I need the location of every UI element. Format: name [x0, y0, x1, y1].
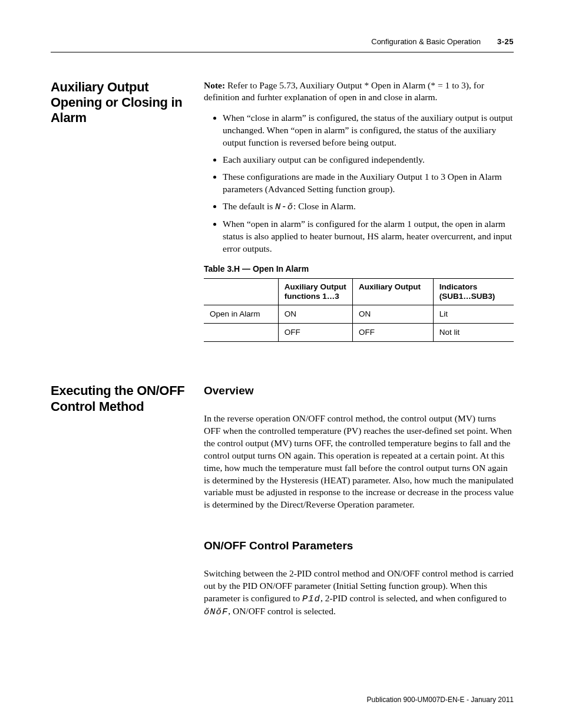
table-open-in-alarm: Auxiliary Output functions 1…3 Auxiliary… [204, 278, 514, 342]
seven-seg-code: Pīd [302, 594, 320, 604]
td: ON [352, 305, 433, 323]
th: Auxiliary Output [352, 278, 433, 305]
td: OFF [352, 324, 433, 342]
list-item: When “open in alarm” is configured for t… [223, 218, 514, 255]
td: OFF [278, 324, 352, 342]
seven-seg-code: ŏNŏF [204, 607, 228, 617]
td [204, 324, 278, 342]
td: Not lit [433, 324, 514, 342]
text: : Close in Alarm. [293, 201, 356, 211]
note-paragraph: Note: Refer to Page 5.73, Auxiliary Outp… [204, 80, 514, 104]
publication-footer: Publication 900-UM007D-EN-E - January 20… [367, 695, 514, 704]
list-item: Each auxiliary output can be configured … [223, 154, 514, 166]
subheading-params: ON/OFF Control Parameters [204, 538, 514, 554]
section-onoff-control: Executing the ON/OFF Control Method Over… [51, 383, 514, 626]
table-header-row: Auxiliary Output functions 1…3 Auxiliary… [204, 278, 514, 305]
seven-seg-code: N-ŏ [275, 202, 293, 212]
th: Indicators (SUB1…SUB3) [433, 278, 514, 305]
bullet-list: When “close in alarm” is configured, the… [204, 112, 514, 255]
text: , 2-PID control is selected, and when co… [320, 593, 507, 603]
header-section: Configuration & Basic Operation [371, 37, 481, 47]
td: Lit [433, 305, 514, 323]
th [204, 278, 278, 305]
list-item: The default is N-ŏ: Close in Alarm. [223, 200, 514, 213]
running-header: Configuration & Basic Operation 3-25 [51, 37, 514, 52]
th: Auxiliary Output functions 1…3 [278, 278, 352, 305]
section-body: Overview In the reverse operation ON/OFF… [204, 383, 514, 626]
list-item: When “close in alarm” is configured, the… [223, 112, 514, 149]
table-row: Open in Alarm ON ON Lit [204, 305, 514, 323]
subheading-overview: Overview [204, 383, 514, 398]
section-heading: Auxiliary Output Opening or Closing in A… [51, 80, 204, 342]
paragraph: Switching between the 2-PID control meth… [204, 568, 514, 618]
list-item: These configurations are made in the Aux… [223, 171, 514, 196]
header-page: 3-25 [497, 37, 514, 47]
td: Open in Alarm [204, 305, 278, 323]
table-caption: Table 3.H — Open In Alarm [204, 263, 514, 275]
paragraph: In the reverse operation ON/OFF control … [204, 413, 514, 511]
table-row: OFF OFF Not lit [204, 324, 514, 342]
text: The default is [223, 201, 275, 211]
page: Configuration & Basic Operation 3-25 Aux… [0, 0, 562, 728]
note-text: Refer to Page 5.73, Auxiliary Output * O… [204, 80, 484, 103]
section-body: Note: Refer to Page 5.73, Auxiliary Outp… [204, 80, 514, 342]
text: , ON/OFF control is selected. [228, 606, 336, 616]
note-label: Note: [204, 80, 225, 90]
section-heading: Executing the ON/OFF Control Method [51, 383, 204, 626]
td: ON [278, 305, 352, 323]
section-aux-output-alarm: Auxiliary Output Opening or Closing in A… [51, 80, 514, 342]
